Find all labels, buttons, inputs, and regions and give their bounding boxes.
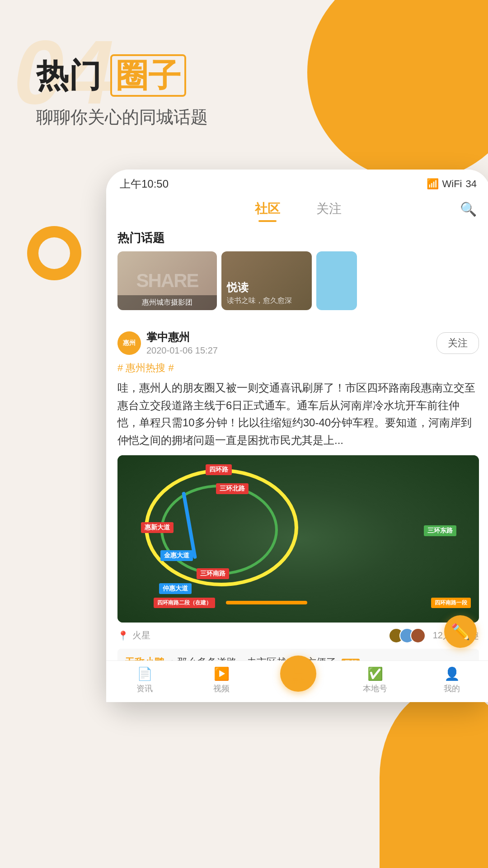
topic-share-label: 惠州城市摄影团 xyxy=(117,295,217,310)
location-pin-icon: 📍 xyxy=(117,630,129,641)
map-road-orange xyxy=(226,601,307,604)
map-image: 四环路 三环北路 惠新大道 三环东路 金惠大道 三环南路 仲惠大道 四环南路二段… xyxy=(117,455,479,623)
map-label-2: 三环北路 xyxy=(216,483,249,494)
post-section: 惠州 掌中惠州 2020-01-06 15:27 关注 # 惠州热搜 # 哇，惠… xyxy=(106,323,488,702)
local-icon: ✅ xyxy=(367,666,383,681)
map-road-green xyxy=(160,485,278,575)
title-highlight: 圈子 xyxy=(110,54,186,97)
follow-button[interactable]: 关注 xyxy=(436,332,479,354)
post-author: 掌中惠州 xyxy=(146,330,436,344)
topics-row: SHARE 惠州城市摄影团 悦读 读书之味，愈久愈深 xyxy=(106,251,488,317)
local-label: 本地号 xyxy=(363,683,387,694)
map-label-4: 三环东路 xyxy=(424,525,456,536)
tab-community[interactable]: 社区 xyxy=(255,200,280,222)
phone-frame: 上午10:50 📶 WiFi 34 社区 关注 🔍 热门话题 SHARE 惠州城… xyxy=(106,170,488,702)
news-label: 资讯 xyxy=(136,683,153,694)
avatar-text: 惠州 xyxy=(123,339,136,347)
phone-mockup: 上午10:50 📶 WiFi 34 社区 关注 🔍 热门话题 SHARE 惠州城… xyxy=(106,170,488,702)
status-icons: 📶 WiFi 34 xyxy=(427,178,477,190)
map-label-6: 三环南路 xyxy=(197,568,229,579)
tab-follow[interactable]: 关注 xyxy=(316,200,342,222)
map-label-7: 仲惠大道 xyxy=(159,583,192,594)
title-part1: 热门 xyxy=(36,57,101,94)
map-label-1: 四环路 xyxy=(206,464,232,475)
status-bar: 上午10:50 📶 WiFi 34 xyxy=(106,170,488,196)
mine-label: 我的 xyxy=(444,683,460,694)
nav-tabs: 社区 关注 🔍 xyxy=(106,196,488,222)
nav-item-video[interactable]: ▶️ 视频 xyxy=(183,666,260,694)
orange-ring-decoration xyxy=(27,226,81,280)
community-nav-label: 房客 xyxy=(291,677,305,686)
wifi-icon: WiFi xyxy=(442,178,462,190)
post-avatar: 惠州 xyxy=(117,331,141,355)
nav-center-community-btn[interactable]: ⊟ 房客 xyxy=(280,656,316,692)
map-label-5: 金惠大道 xyxy=(160,550,193,561)
nav-item-news[interactable]: 📄 资讯 xyxy=(106,666,183,694)
map-background: 四环路 三环北路 惠新大道 三环东路 金惠大道 三环南路 仲惠大道 四环南路二段… xyxy=(117,455,479,623)
post-time: 2020-01-06 15:27 xyxy=(146,345,436,356)
signal-icon: 📶 xyxy=(427,178,439,190)
map-label-8: 四环南路二段（在建） xyxy=(154,598,215,608)
status-time: 上午10:50 xyxy=(120,177,169,191)
topic-read-sub: 读书之味，愈久愈深 xyxy=(227,296,292,306)
location-text: 火星 xyxy=(132,629,150,642)
bg-decoration-bottom xyxy=(380,687,488,868)
battery-indicator: 34 xyxy=(466,178,477,190)
header-subtitle: 聊聊你关心的同城话题 xyxy=(36,106,452,129)
video-icon: ▶️ xyxy=(214,666,230,681)
map-label-9: 四环南路一段 xyxy=(431,598,471,608)
search-icon[interactable]: 🔍 xyxy=(460,201,477,217)
post-footer: 📍 火星 12人感兴趣 xyxy=(117,628,479,643)
map-label-3: 惠新大道 xyxy=(141,522,174,533)
header-section: 热门 圈子 聊聊你关心的同城话题 xyxy=(0,0,488,156)
topic-read-title: 悦读 xyxy=(227,280,249,295)
hot-topics-title: 热门话题 xyxy=(106,222,488,251)
post-info: 掌中惠州 2020-01-06 15:27 xyxy=(146,330,436,356)
topic-card-extra[interactable] xyxy=(316,251,357,310)
video-label: 视频 xyxy=(213,683,230,694)
topic-card-share[interactable]: SHARE 惠州城市摄影团 xyxy=(117,251,217,310)
post-content: 哇，惠州人的朋友圈又被一则交通喜讯刷屏了！市区四环路南段惠南立交至惠台立交段道路… xyxy=(117,379,479,449)
nav-item-mine[interactable]: 👤 我的 xyxy=(413,666,488,694)
nav-item-community[interactable]: ⊟ 房客 xyxy=(260,669,337,692)
nav-item-local[interactable]: ✅ 本地号 xyxy=(337,666,413,694)
news-icon: 📄 xyxy=(137,666,153,681)
fab-button[interactable]: ✏️ xyxy=(444,615,477,648)
post-tags: # 惠州热搜 # xyxy=(117,361,479,375)
community-icon: ⊟ xyxy=(293,661,304,677)
bottom-nav: 📄 资讯 ▶️ 视频 ⊟ 房客 ✅ 本地号 👤 我的 xyxy=(106,660,488,702)
header-title: 热门 圈子 xyxy=(36,54,452,97)
topic-card-read[interactable]: 悦读 读书之味，愈久愈深 xyxy=(221,251,312,310)
avatar-3 xyxy=(410,628,426,643)
mine-icon: 👤 xyxy=(444,666,460,681)
fab-edit-icon: ✏️ xyxy=(451,623,470,641)
topic-share-text: SHARE xyxy=(136,270,198,292)
interested-avatars xyxy=(389,628,426,643)
post-header: 惠州 掌中惠州 2020-01-06 15:27 关注 xyxy=(117,330,479,356)
